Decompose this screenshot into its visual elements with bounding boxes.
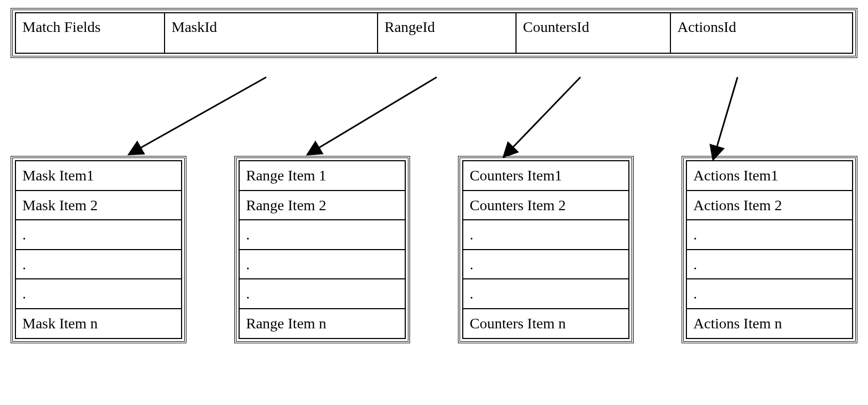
mask-item: . (15, 279, 182, 309)
range-item: . (239, 279, 406, 309)
header-cell-match-fields: Match Fields (15, 12, 164, 54)
arrow-rangeid (317, 77, 437, 149)
range-item: . (239, 220, 406, 250)
mask-item: Mask Item1 (15, 160, 182, 191)
header-cell-rangeid: RangeId (377, 12, 515, 54)
tables-container: Mask Item1Mask Item 2...Mask Item nRange… (11, 156, 857, 343)
actions-item: . (686, 250, 853, 280)
range-item: Range Item 1 (239, 160, 406, 191)
header-cell-countersid: CountersId (515, 12, 670, 54)
actions-item: . (686, 279, 853, 309)
arrow-actionsid (716, 77, 738, 149)
arrow-maskid (138, 77, 266, 149)
actions-item: Actions Item n (686, 309, 853, 339)
counters-item: . (462, 279, 629, 309)
counters-item: . (462, 220, 629, 250)
mask-item: . (15, 250, 182, 280)
header-record: Match FieldsMaskIdRangeIdCountersIdActio… (11, 8, 857, 58)
header-cell-actionsid: ActionsId (670, 12, 853, 54)
actions-table: Actions Item1Actions Item 2...Actions It… (682, 156, 857, 343)
mask-item: Mask Item n (15, 309, 182, 339)
actions-item: . (686, 220, 853, 250)
mask-item: Mask Item 2 (15, 191, 182, 221)
actions-item: Actions Item 2 (686, 191, 853, 221)
range-table: Range Item 1Range Item 2...Range Item n (234, 156, 410, 343)
actions-item: Actions Item1 (686, 160, 853, 191)
range-item: Range Item 2 (239, 191, 406, 221)
range-item: . (239, 250, 406, 280)
counters-table: Counters Item1Counters Item 2...Counters… (458, 156, 634, 343)
header-cell-maskid: MaskId (164, 12, 377, 54)
counters-item: Counters Item 2 (462, 191, 629, 221)
arrow-countersid (511, 77, 580, 149)
counters-item: . (462, 250, 629, 280)
mask-table: Mask Item1Mask Item 2...Mask Item n (11, 156, 186, 343)
range-item: Range Item n (239, 309, 406, 339)
counters-item: Counters Item1 (462, 160, 629, 191)
counters-item: Counters Item n (462, 309, 629, 339)
header-row: Match FieldsMaskIdRangeIdCountersIdActio… (15, 12, 853, 54)
mask-item: . (15, 220, 182, 250)
